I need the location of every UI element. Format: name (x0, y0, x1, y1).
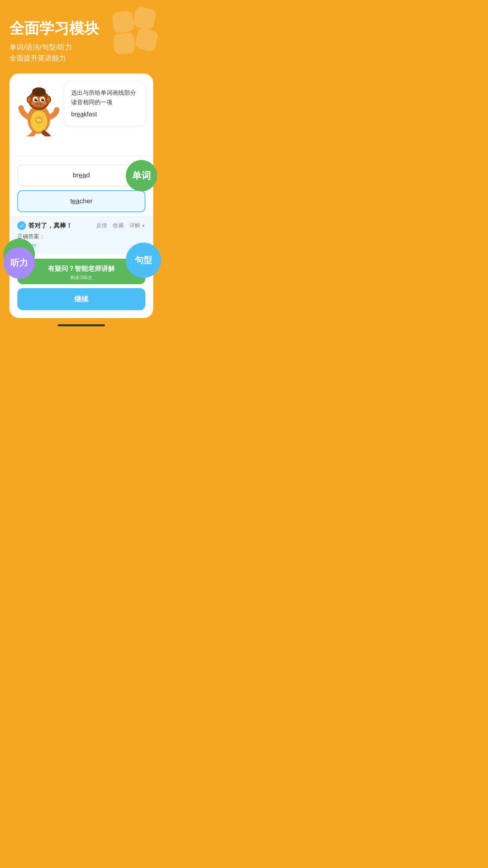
ai-teacher-main-text: 有疑问？智能老师讲解 (25, 264, 138, 273)
correct-answer-label: 正确答案： (17, 233, 145, 240)
svg-point-20 (39, 103, 41, 105)
bubble-juxing[interactable]: 句型 (126, 243, 161, 278)
mascot-area: m (17, 77, 61, 138)
svg-text:m: m (37, 117, 41, 122)
deco-sq-4 (113, 33, 135, 55)
svg-point-16 (36, 99, 37, 100)
result-header: ✓ 答对了，真棒！ 反馈 收藏 详解 (17, 221, 145, 230)
check-icon: ✓ (17, 221, 26, 230)
deco-sq-3 (134, 27, 159, 52)
svg-point-7 (32, 87, 46, 96)
deco-sq-1 (133, 6, 156, 30)
correct-answer-text: teacher (17, 242, 145, 248)
svg-point-18 (35, 101, 42, 107)
page-wrapper: 全面学习模块 单词/语法/句型/听力 全面提升英语能力 m (0, 0, 163, 338)
bubble-shanci-label: 单词 (132, 169, 151, 182)
bubble-tingli-label: 听力 (11, 257, 28, 269)
question-underlined: ea (77, 111, 84, 118)
bubble-tingli[interactable]: 听力 (4, 247, 35, 279)
question-word: breakfast (71, 109, 138, 120)
result-correct-label: 答对了，真棒！ (28, 222, 72, 230)
feedback-button[interactable]: 反馈 (96, 222, 107, 229)
svg-point-17 (42, 99, 44, 100)
bubble-juxing-label: 句型 (135, 254, 152, 266)
question-instruction: 选出与所给单词画线部分读音相同的一项 (71, 88, 138, 107)
subtitle-line2: 全面提升英语能力 (9, 54, 66, 62)
card-divider (9, 156, 153, 156)
continue-button[interactable]: 继续 (17, 288, 145, 310)
svg-point-19 (37, 103, 39, 105)
card-top: m (9, 74, 153, 152)
collect-button[interactable]: 收藏 (113, 222, 124, 229)
svg-point-22 (43, 102, 48, 105)
svg-point-9 (28, 97, 31, 103)
svg-point-21 (30, 102, 35, 105)
deco-sq-2 (112, 11, 135, 34)
result-actions: 反馈 收藏 详解 (96, 222, 145, 229)
bubble-shanci[interactable]: 单词 (126, 160, 157, 191)
ai-teacher-sub-text: 剩余356次 (25, 274, 138, 281)
mascot-svg: m (17, 77, 61, 136)
detail-button[interactable]: 详解 (129, 222, 145, 229)
option-teacher[interactable]: teacher (17, 190, 145, 212)
main-card: m (9, 74, 153, 318)
result-correct-indicator: ✓ 答对了，真棒！ (17, 221, 72, 230)
svg-point-11 (47, 97, 50, 103)
subtitle-line1: 单词/语法/句型/听力 (9, 43, 72, 51)
question-bubble: 选出与所给单词画线部分读音相同的一项 breakfast (64, 81, 145, 126)
home-indicator (58, 324, 105, 326)
decorative-squares (112, 8, 159, 59)
